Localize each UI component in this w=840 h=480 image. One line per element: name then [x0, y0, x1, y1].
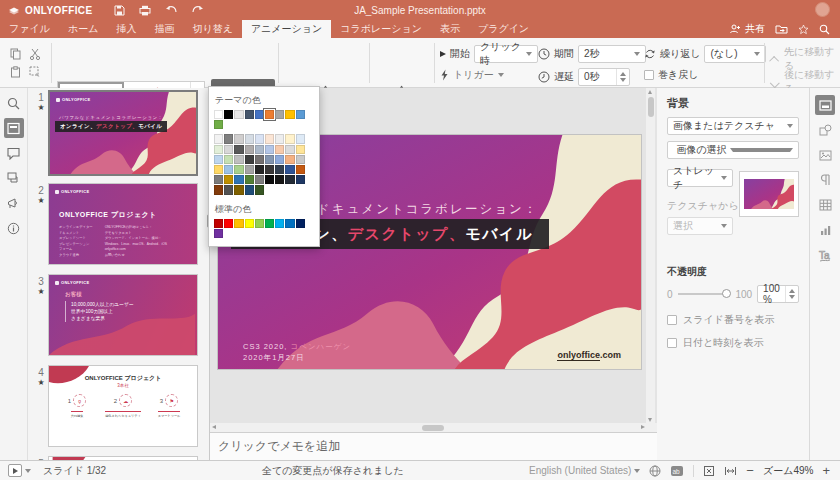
color-swatch[interactable]: [285, 155, 294, 164]
duration-select[interactable]: 2秒: [578, 45, 646, 63]
slide-thumbnail-3[interactable]: ONLYOFFICE お客様 10,000,000人以上のユーザー世界中100カ…: [48, 274, 198, 356]
color-swatch[interactable]: [234, 134, 243, 143]
color-swatch[interactable]: [255, 165, 264, 174]
copy-icon[interactable]: [5, 45, 25, 63]
color-swatch[interactable]: [275, 165, 284, 174]
color-swatch[interactable]: [265, 175, 274, 184]
color-swatch[interactable]: [234, 165, 243, 174]
undo-icon[interactable]: [158, 2, 184, 18]
vertical-scrollbar[interactable]: [646, 88, 655, 424]
chat-icon[interactable]: [4, 168, 24, 188]
zoom-in-button[interactable]: +: [822, 463, 830, 478]
about-icon[interactable]: [4, 218, 24, 238]
find-icon[interactable]: [4, 93, 24, 113]
slide-thumbnail-1[interactable]: ONLYOFFICE パワフルなドキュメントコラボレーション： オンライン、デス…: [48, 90, 198, 176]
color-swatch[interactable]: [285, 145, 294, 154]
open-file-location-icon[interactable]: [775, 24, 788, 34]
color-swatch[interactable]: [234, 175, 243, 184]
color-swatch[interactable]: [224, 175, 233, 184]
color-swatch[interactable]: [214, 155, 223, 164]
repeat-select[interactable]: (なし): [704, 45, 766, 63]
color-swatch[interactable]: [265, 155, 274, 164]
zoom-out-button[interactable]: −: [746, 463, 754, 478]
color-swatch[interactable]: [296, 145, 305, 154]
color-swatch[interactable]: [245, 145, 254, 154]
tab-view[interactable]: 表示: [431, 20, 469, 38]
delay-spinner[interactable]: 0秒: [578, 68, 630, 86]
show-date-time-checkbox[interactable]: [667, 338, 677, 348]
notes-area[interactable]: クリックでメモを追加: [210, 432, 657, 460]
color-swatch[interactable]: [234, 155, 243, 164]
color-swatch[interactable]: [275, 155, 284, 164]
color-swatch[interactable]: [255, 110, 264, 119]
feedback-icon[interactable]: [4, 193, 24, 213]
color-swatch[interactable]: [255, 155, 264, 164]
color-swatch[interactable]: [224, 219, 233, 228]
color-swatch[interactable]: [234, 145, 243, 154]
color-swatch[interactable]: [296, 134, 305, 143]
color-swatch[interactable]: [245, 134, 254, 143]
rewind-checkbox[interactable]: [644, 70, 654, 80]
slides-panel-icon[interactable]: [4, 118, 24, 138]
fit-to-slide-icon[interactable]: [703, 465, 715, 477]
color-swatch[interactable]: [245, 185, 254, 194]
color-swatch[interactable]: [224, 145, 233, 154]
print-icon[interactable]: [132, 2, 158, 18]
favorite-star-icon[interactable]: [798, 24, 809, 35]
color-swatch[interactable]: [265, 134, 274, 143]
color-swatch[interactable]: [285, 134, 294, 143]
color-swatch[interactable]: [275, 145, 284, 154]
color-swatch[interactable]: [265, 145, 274, 154]
select-icon[interactable]: [25, 63, 45, 81]
opacity-slider-knob[interactable]: [722, 289, 731, 298]
horizontal-scrollbar[interactable]: [210, 423, 657, 432]
user-avatar[interactable]: [815, 2, 830, 17]
slide-thumbnail-4[interactable]: ONLYOFFICE プロジェクト 3本柱 1ϙ共同編集 2☁強化されたセキュリ…: [48, 365, 198, 447]
select-image-button[interactable]: 画像の選択: [667, 141, 799, 159]
color-swatch[interactable]: [245, 110, 254, 119]
color-swatch[interactable]: [285, 219, 294, 228]
set-language-globe-icon[interactable]: [649, 465, 661, 477]
slide-footer-text[interactable]: CS3 2020, コペンハーゲン 2020年1月27日: [243, 341, 351, 363]
color-swatch[interactable]: [214, 219, 223, 228]
color-swatch[interactable]: [255, 145, 264, 154]
opacity-value-spinner[interactable]: 100 %: [757, 285, 799, 303]
chart-settings-icon[interactable]: [815, 220, 835, 240]
slideshow-options-caret[interactable]: [25, 469, 31, 473]
textart-settings-icon[interactable]: Ta: [815, 245, 835, 265]
background-fill-type-select[interactable]: 画像またはテクスチャ: [667, 117, 799, 135]
color-swatch[interactable]: [214, 165, 223, 174]
tab-animation[interactable]: アニメーション: [242, 20, 331, 38]
paragraph-settings-icon[interactable]: [815, 170, 835, 190]
color-swatch[interactable]: [255, 219, 264, 228]
color-swatch[interactable]: [224, 110, 233, 119]
language-select[interactable]: English (United States): [529, 465, 640, 476]
color-swatch[interactable]: [224, 134, 233, 143]
show-slide-number-checkbox[interactable]: [667, 315, 677, 325]
tab-draw[interactable]: 描画: [145, 20, 183, 38]
start-select[interactable]: クリック時: [474, 45, 538, 63]
color-swatch[interactable]: [245, 175, 254, 184]
color-swatch[interactable]: [214, 229, 223, 238]
comments-icon[interactable]: [4, 143, 24, 163]
color-swatch[interactable]: [255, 185, 264, 194]
horizontal-scrollbar-thumb[interactable]: [422, 425, 444, 431]
cut-icon[interactable]: [25, 45, 45, 63]
shape-settings-icon[interactable]: [815, 120, 835, 140]
color-swatch[interactable]: [285, 110, 294, 119]
color-swatch[interactable]: [265, 219, 274, 228]
color-swatch[interactable]: [296, 165, 305, 174]
redo-icon[interactable]: [184, 2, 210, 18]
color-swatch[interactable]: [214, 185, 223, 194]
trigger-label[interactable]: トリガー: [453, 68, 494, 82]
color-swatch[interactable]: [275, 110, 284, 119]
share-button[interactable]: 共有: [729, 22, 765, 36]
color-swatch[interactable]: [296, 110, 305, 119]
table-settings-icon[interactable]: [815, 195, 835, 215]
tab-home[interactable]: ホーム: [59, 20, 107, 38]
color-swatch[interactable]: [255, 175, 264, 184]
color-swatch[interactable]: [275, 175, 284, 184]
tab-file[interactable]: ファイル: [0, 20, 59, 38]
image-fit-select[interactable]: ストレッチ: [667, 169, 733, 187]
color-swatch[interactable]: [214, 175, 223, 184]
